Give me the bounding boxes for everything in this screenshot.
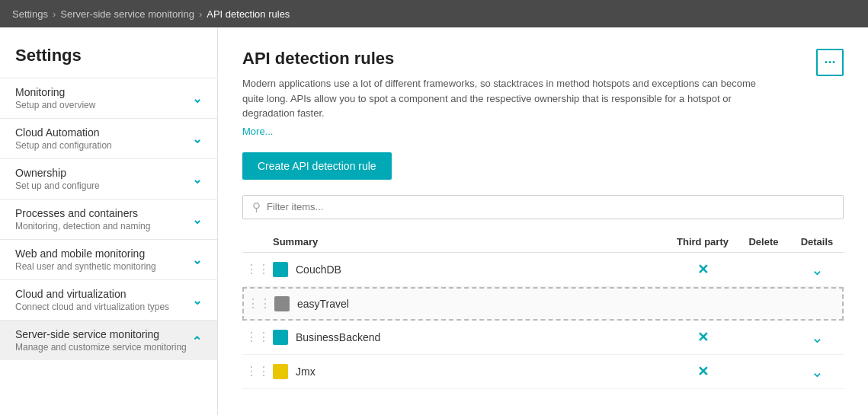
sidebar-item-web-mobile[interactable]: Web and mobile monitoring Real user and … [0, 239, 217, 279]
more-link[interactable]: More... [242, 126, 273, 137]
table-row: ⋮⋮ BusinessBackend ✕ ⌄ [242, 321, 844, 355]
sidebar-item-title-web-mobile: Web and mobile monitoring [15, 247, 156, 260]
sidebar-title: Settings [0, 27, 217, 78]
sidebar-item-sub-monitoring: Setup and overview [15, 100, 95, 110]
sidebar-item-server-side[interactable]: Server-side service monitoring Manage an… [0, 320, 217, 360]
breadcrumb: Settings › Server-side service monitorin… [0, 0, 868, 27]
sidebar-item-sub-ownership: Set up and configure [15, 180, 100, 191]
drag-handle-businessbackend[interactable]: ⋮⋮ [242, 330, 273, 344]
third-party-x-couchdb[interactable]: ✕ [668, 261, 737, 278]
drag-handle-couchdb[interactable]: ⋮⋮ [242, 262, 273, 276]
col-header-summary: Summary [273, 236, 668, 247]
third-party-x-jmx[interactable]: ✕ [668, 363, 737, 380]
sidebar-item-text-cloud-automation: Cloud Automation Setup and configuration [15, 126, 112, 151]
sidebar-item-title-ownership: Ownership [15, 167, 100, 179]
sidebar-item-sub-server-side: Manage and customize service monitoring [15, 342, 187, 353]
breadcrumb-api-detection: API detection rules [207, 8, 290, 20]
col-header-details: Details [790, 236, 844, 247]
sidebar-item-monitoring[interactable]: Monitoring Setup and overview ⌄ [0, 78, 217, 118]
sidebar-item-processes[interactable]: Processes and containers Monitoring, det… [0, 199, 217, 239]
page-header: API detection rules Modern applications … [242, 49, 844, 137]
chevron-icon-server-side: ⌄ [192, 334, 202, 348]
sidebar-item-text-processes: Processes and containers Monitoring, det… [15, 207, 150, 231]
row-icon-jmx [273, 364, 288, 379]
drag-handle-jmx[interactable]: ⋮⋮ [242, 364, 273, 378]
sidebar-item-sub-processes: Monitoring, detection and naming [15, 221, 150, 231]
row-name-jmx: Jmx [296, 366, 668, 378]
col-header-third-party: Third party [668, 236, 737, 247]
table-row: ⋮⋮ Jmx ✕ ⌄ [242, 355, 844, 389]
sidebar-item-title-processes: Processes and containers [15, 207, 150, 219]
third-party-x-businessbackend[interactable]: ✕ [668, 329, 737, 346]
chevron-icon-ownership: ⌄ [192, 172, 202, 187]
chevron-icon-processes: ⌄ [192, 212, 202, 227]
filter-input[interactable] [267, 201, 834, 212]
sidebar: Settings Monitoring Setup and overview ⌄… [0, 27, 218, 415]
page-description: Modern applications use a lot of differe… [242, 76, 776, 121]
sidebar-item-text-server-side: Server-side service monitoring Manage an… [15, 328, 187, 353]
row-name-businessbackend: BusinessBackend [296, 331, 668, 343]
row-icon-easytravel [274, 296, 290, 311]
sidebar-item-title-server-side: Server-side service monitoring [15, 328, 187, 340]
sidebar-item-cloud-virtualization[interactable]: Cloud and virtualization Connect cloud a… [0, 279, 217, 320]
filter-bar: ⚲ [242, 195, 844, 219]
sidebar-item-sub-cloud-virtualization: Connect cloud and virtualization types [15, 302, 169, 312]
details-chevron-jmx[interactable]: ⌄ [790, 362, 844, 381]
sidebar-item-ownership[interactable]: Ownership Set up and configure ⌄ [0, 158, 217, 199]
breadcrumb-sep-1: › [53, 8, 56, 20]
chevron-icon-web-mobile: ⌄ [192, 253, 202, 267]
breadcrumb-server-side[interactable]: Server-side service monitoring [60, 8, 194, 20]
create-api-rule-button[interactable]: Create API detection rule [242, 152, 392, 180]
breadcrumb-settings[interactable]: Settings [12, 8, 48, 20]
table-rows-container: ⋮⋮ CouchDB ✕ ⌄ ⋮⋮ easyTravel ⋮⋮ Business… [242, 253, 844, 389]
sidebar-item-text-monitoring: Monitoring Setup and overview [15, 86, 95, 110]
row-icon-businessbackend [273, 330, 288, 345]
sidebar-items-container: Monitoring Setup and overview ⌄ Cloud Au… [0, 78, 217, 360]
search-icon: ⚲ [252, 200, 261, 214]
sidebar-item-sub-cloud-automation: Setup and configuration [15, 140, 112, 151]
sidebar-item-text-ownership: Ownership Set up and configure [15, 167, 100, 191]
row-icon-couchdb [273, 262, 288, 277]
row-name-couchdb: CouchDB [296, 263, 668, 276]
breadcrumb-sep-2: › [199, 8, 202, 20]
main-content: API detection rules Modern applications … [218, 27, 868, 415]
sidebar-item-title-cloud-automation: Cloud Automation [15, 126, 112, 139]
details-chevron-businessbackend[interactable]: ⌄ [790, 328, 844, 346]
table-row: ⋮⋮ easyTravel [242, 287, 844, 321]
row-name-easytravel: easyTravel [297, 298, 667, 310]
sidebar-item-text-web-mobile: Web and mobile monitoring Real user and … [15, 247, 156, 272]
details-chevron-couchdb[interactable]: ⌄ [790, 260, 844, 279]
sidebar-item-cloud-automation[interactable]: Cloud Automation Setup and configuration… [0, 118, 217, 158]
drag-handle-easytravel[interactable]: ⋮⋮ [244, 296, 274, 311]
menu-button[interactable]: ··· [816, 49, 844, 76]
sidebar-item-title-cloud-virtualization: Cloud and virtualization [15, 288, 169, 300]
layout: Settings Monitoring Setup and overview ⌄… [0, 27, 868, 415]
chevron-icon-cloud-virtualization: ⌄ [192, 293, 202, 308]
chevron-icon-monitoring: ⌄ [192, 91, 202, 106]
sidebar-item-text-cloud-virtualization: Cloud and virtualization Connect cloud a… [15, 288, 169, 312]
page-title: API detection rules [242, 49, 776, 69]
table-header: Summary Third party Delete Details [242, 231, 844, 253]
table-row: ⋮⋮ CouchDB ✕ ⌄ [242, 253, 844, 287]
col-header-delete: Delete [737, 236, 790, 247]
sidebar-item-title-monitoring: Monitoring [15, 86, 95, 98]
chevron-icon-cloud-automation: ⌄ [192, 132, 202, 146]
page-header-text: API detection rules Modern applications … [242, 49, 776, 137]
sidebar-item-sub-web-mobile: Real user and synthetic monitoring [15, 261, 156, 272]
